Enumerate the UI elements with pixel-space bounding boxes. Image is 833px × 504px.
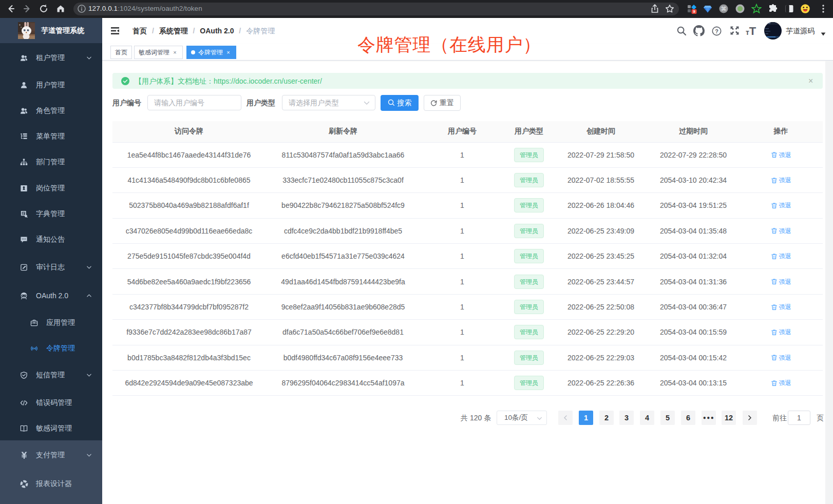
svg-text:9: 9 <box>693 9 695 14</box>
svg-text:?: ? <box>715 28 718 34</box>
svg-text:⌘: ⌘ <box>721 6 727 12</box>
